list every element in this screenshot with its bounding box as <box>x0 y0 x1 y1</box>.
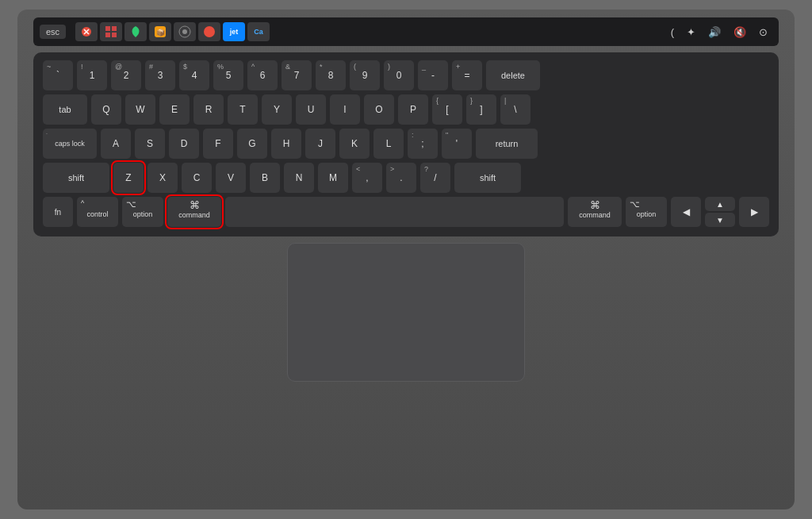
key-o[interactable]: O <box>364 94 394 125</box>
key-y[interactable]: Y <box>262 94 292 125</box>
key-shift-right[interactable]: shift <box>454 163 521 193</box>
key-control[interactable]: ^ control <box>77 197 118 227</box>
key-j[interactable]: J <box>305 129 335 159</box>
key-w[interactable]: W <box>125 94 155 125</box>
key-open-bracket[interactable]: {[ <box>432 94 462 125</box>
key-r[interactable]: R <box>193 94 224 125</box>
key-command-right[interactable]: ⌘ command <box>568 197 622 227</box>
trackpad[interactable] <box>287 243 525 382</box>
key-g[interactable]: G <box>237 129 267 159</box>
esc-touch-key[interactable]: esc <box>40 25 66 39</box>
key-t[interactable]: T <box>228 94 258 125</box>
key-0[interactable]: )0 <box>384 60 414 90</box>
tb-app-grid[interactable] <box>100 22 122 41</box>
key-a[interactable]: A <box>101 129 131 159</box>
key-h[interactable]: H <box>271 129 301 159</box>
key-fn[interactable]: fn <box>43 197 73 227</box>
key-minus[interactable]: _- <box>418 60 448 90</box>
key-tab[interactable]: tab <box>43 94 87 125</box>
key-5[interactable]: %5 <box>213 60 243 90</box>
key-caps-lock[interactable]: · caps lock <box>43 129 97 159</box>
key-arrow-up[interactable]: ▲ <box>705 197 735 211</box>
tb-app-red-circle[interactable] <box>198 22 220 41</box>
key-f[interactable]: F <box>203 129 233 159</box>
key-8[interactable]: *8 <box>316 60 346 90</box>
key-q[interactable]: Q <box>91 94 121 125</box>
key-quote[interactable]: "' <box>442 129 472 159</box>
key-p[interactable]: P <box>398 94 428 125</box>
key-3[interactable]: #3 <box>145 60 175 90</box>
key-space[interactable] <box>225 197 564 227</box>
tb-ctrl-brightness[interactable]: ✦ <box>682 25 700 40</box>
key-c[interactable]: C <box>182 163 212 193</box>
key-option-right[interactable]: ⌥ option <box>626 197 667 227</box>
key-s[interactable]: S <box>135 129 165 159</box>
key-z[interactable]: Z <box>113 163 144 193</box>
key-option-left[interactable]: ⌥ option <box>122 197 163 227</box>
tb-ctrl-siri[interactable]: ⊙ <box>754 25 772 40</box>
key-comma[interactable]: <, <box>352 163 382 193</box>
touch-bar-apps: 📦 jet Ca <box>75 22 663 41</box>
tb-ctrl-mute[interactable]: 🔇 <box>729 25 751 40</box>
key-slash[interactable]: ?/ <box>420 163 450 193</box>
key-i[interactable]: I <box>330 94 360 125</box>
key-7[interactable]: &7 <box>282 60 312 90</box>
key-close-bracket[interactable]: }] <box>466 94 496 125</box>
svg-rect-4 <box>112 26 117 31</box>
svg-text:📦: 📦 <box>156 28 166 37</box>
bottom-row: fn ^ control ⌥ option ⌘ command ⌘ comman… <box>43 197 769 227</box>
key-return[interactable]: return <box>476 129 538 159</box>
tb-app-leaf[interactable] <box>124 22 147 41</box>
key-command-left[interactable]: ⌘ command <box>167 197 221 227</box>
svg-rect-3 <box>105 26 110 31</box>
key-arrow-right[interactable]: ▶ <box>739 197 769 227</box>
key-e[interactable]: E <box>159 94 190 125</box>
key-l[interactable]: L <box>373 129 404 159</box>
laptop-body: esc 📦 jet Ca <box>17 10 795 509</box>
key-1[interactable]: !1 <box>77 60 107 90</box>
tb-app-close[interactable] <box>75 22 98 41</box>
key-m[interactable]: M <box>318 163 348 193</box>
keyboard: ~` !1 @2 #3 $4 %5 ^6 &7 *8 (9 )0 _- += d… <box>33 52 779 236</box>
key-d[interactable]: D <box>169 129 199 159</box>
qwerty-row: tab Q W E R T Y U I O P {[ }] |\ <box>43 94 769 125</box>
key-b[interactable]: B <box>250 163 280 193</box>
touch-bar-controls: ( ✦ 🔊 🔇 ⊙ <box>666 25 772 40</box>
key-backslash[interactable]: |\ <box>500 94 530 125</box>
key-period[interactable]: >. <box>386 163 416 193</box>
zxcv-row: shift Z X C V B N M <, >. ?/ shift <box>43 163 769 193</box>
tb-app-circle[interactable] <box>174 22 196 41</box>
key-6[interactable]: ^6 <box>247 60 278 90</box>
asdf-row: · caps lock A S D F G H J K L :; "' retu… <box>43 129 769 159</box>
key-delete[interactable]: delete <box>486 60 540 90</box>
trackpad-area <box>33 243 779 382</box>
key-k[interactable]: K <box>339 129 370 159</box>
number-row: ~` !1 @2 #3 $4 %5 ^6 &7 *8 (9 )0 _- += d… <box>43 60 769 90</box>
key-v[interactable]: V <box>216 163 246 193</box>
key-arrow-left[interactable]: ◀ <box>671 197 701 227</box>
touch-bar: esc 📦 jet Ca <box>33 17 779 46</box>
svg-rect-6 <box>112 33 117 37</box>
svg-rect-5 <box>105 33 110 37</box>
key-2[interactable]: @2 <box>111 60 141 90</box>
svg-point-10 <box>182 29 187 34</box>
tb-app-orange[interactable]: 📦 <box>149 22 171 41</box>
tb-ctrl-volume[interactable]: 🔊 <box>703 25 726 40</box>
key-shift-left[interactable]: shift <box>43 163 109 193</box>
key-arrow-down[interactable]: ▼ <box>705 213 735 227</box>
key-4[interactable]: $4 <box>179 60 209 90</box>
tb-app-ca[interactable]: Ca <box>247 22 270 41</box>
key-backtick[interactable]: ~` <box>43 60 73 90</box>
tb-ctrl-paren: ( <box>666 25 679 40</box>
key-semicolon[interactable]: :; <box>408 129 438 159</box>
svg-point-11 <box>204 26 215 37</box>
key-equals[interactable]: += <box>452 60 482 90</box>
key-x[interactable]: X <box>147 163 178 193</box>
key-u[interactable]: U <box>296 94 326 125</box>
tb-app-jet[interactable]: jet <box>223 22 245 41</box>
key-9[interactable]: (9 <box>350 60 380 90</box>
key-n[interactable]: N <box>284 163 314 193</box>
